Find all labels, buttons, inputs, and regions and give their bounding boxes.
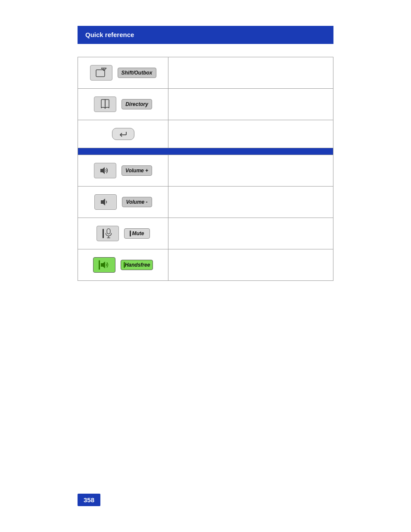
volume-minus-icon [94, 194, 117, 210]
row-volume-minus: Volume - [78, 187, 333, 218]
volume-plus-desc [168, 155, 333, 187]
shift-outbox-desc [168, 57, 333, 89]
svg-rect-7 [107, 229, 110, 234]
reference-table: Shift/Outbox [78, 57, 333, 281]
row-shift-outbox: Shift/Outbox [78, 57, 333, 89]
section-divider [78, 148, 333, 155]
mute-icon [97, 226, 119, 241]
volume-minus-desc [168, 187, 333, 218]
handsfree-icon-cell: Handsfree [78, 249, 168, 281]
volume-minus-icon-cell: Volume - [78, 187, 168, 218]
enter-button[interactable] [112, 128, 134, 140]
row-handsfree: Handsfree [78, 249, 333, 281]
volume-minus-button[interactable]: Volume - [122, 197, 152, 207]
header-bar: Quick reference [78, 26, 333, 44]
svg-marker-10 [101, 261, 105, 268]
handsfree-desc [168, 249, 333, 281]
directory-button[interactable]: Directory [121, 99, 152, 109]
volume-plus-icon [94, 163, 116, 178]
row-mute: Mute [78, 218, 333, 249]
row-enter [78, 120, 333, 148]
header-title: Quick reference [85, 31, 134, 38]
svg-marker-5 [100, 167, 105, 174]
mute-icon-cell: Mute [78, 218, 168, 249]
page-number: 358 [78, 494, 100, 506]
shift-outbox-button[interactable]: Shift/Outbox [118, 68, 156, 78]
svg-marker-6 [101, 199, 105, 205]
volume-plus-button[interactable]: Volume + [121, 165, 152, 176]
handsfree-button[interactable]: Handsfree [121, 260, 153, 270]
svg-rect-0 [96, 70, 105, 77]
enter-desc [168, 120, 333, 148]
volume-plus-icon-cell: Volume + [78, 155, 168, 187]
directory-desc [168, 89, 333, 120]
directory-icon-cell: Directory [78, 89, 168, 120]
row-volume-plus: Volume + [78, 155, 333, 187]
row-directory: Directory [78, 89, 333, 120]
enter-icon-cell [78, 120, 168, 148]
shift-outbox-icon [90, 65, 112, 81]
directory-icon [94, 96, 116, 112]
mute-desc [168, 218, 333, 249]
handsfree-icon [93, 257, 115, 273]
mute-button[interactable]: Mute [124, 228, 150, 239]
shift-outbox-icon-cell: Shift/Outbox [78, 57, 168, 89]
